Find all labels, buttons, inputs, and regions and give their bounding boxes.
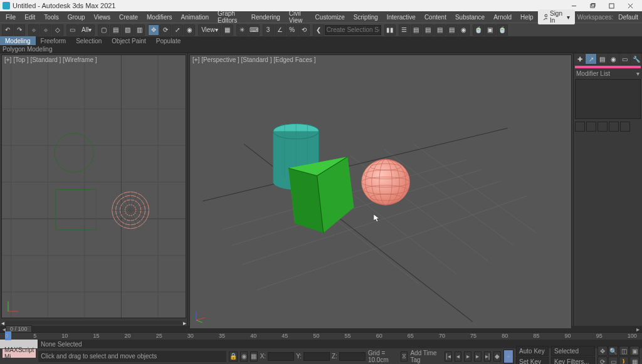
cmd-tab-display[interactable]: ▭: [619, 54, 630, 64]
nav-pan-button[interactable]: ✥: [597, 346, 608, 356]
goto-end-button[interactable]: ▸|: [484, 351, 492, 361]
scale-button[interactable]: ⤢: [172, 24, 183, 36]
auto-key-button[interactable]: Auto Key: [516, 346, 549, 356]
menu-scripting[interactable]: Scripting: [349, 11, 382, 23]
nav-zoom-button[interactable]: 🔍: [608, 346, 618, 356]
mirror-button[interactable]: ▮▮: [384, 24, 396, 36]
named-selection-button[interactable]: ❮: [313, 24, 324, 36]
ref-coord-dropdown[interactable]: View ▾: [198, 24, 221, 36]
menu-create[interactable]: Create: [115, 11, 142, 23]
undo-button[interactable]: ↶: [2, 24, 13, 36]
ribbon-tab-modeling[interactable]: Modeling: [0, 36, 36, 45]
workspace-value[interactable]: Default: [616, 14, 641, 21]
select-object-button[interactable]: ▢: [98, 24, 109, 36]
redo-button[interactable]: ↷: [14, 24, 25, 36]
render-frame-button[interactable]: ▣: [485, 24, 496, 36]
align-button[interactable]: ☰: [399, 24, 410, 36]
cmd-tab-motion[interactable]: ◉: [608, 54, 619, 64]
toggle-ribbon-button[interactable]: ▤: [423, 24, 434, 36]
menu-interactive[interactable]: Interactive: [382, 11, 420, 23]
menu-customize[interactable]: Customize: [311, 11, 349, 23]
select-region-button[interactable]: ▧: [122, 24, 133, 36]
make-unique-button[interactable]: [597, 122, 608, 132]
ribbon-subtab[interactable]: Polygon Modeling: [0, 45, 642, 53]
z-input[interactable]: [339, 352, 366, 361]
maxscript-mini-label[interactable]: MAXScript Mi: [3, 349, 36, 358]
menu-arnold[interactable]: Arnold: [489, 11, 516, 23]
timeline[interactable]: 0510152025303540455055606570758085909510…: [0, 332, 642, 340]
menu-substance[interactable]: Substance: [451, 11, 489, 23]
percent-snap-button[interactable]: %: [287, 24, 298, 36]
play-button[interactable]: ▸: [464, 351, 471, 361]
menu-modifiers[interactable]: Modifiers: [142, 11, 177, 23]
cmd-tab-hierarchy[interactable]: ▤: [597, 54, 608, 64]
rotate-button[interactable]: ⟳: [160, 24, 171, 36]
select-manip-button[interactable]: ✳: [236, 24, 248, 36]
selection-lock-button[interactable]: ▦: [250, 351, 258, 361]
lock-selection-button[interactable]: 🔒: [229, 351, 238, 361]
time-tag-icon[interactable]: ⧖: [401, 351, 408, 361]
angle-snap-button[interactable]: ∠: [275, 24, 286, 36]
modifier-stack[interactable]: [575, 79, 641, 119]
selection-filter[interactable]: All ▾: [78, 24, 95, 36]
curve-editor-button[interactable]: ▤: [434, 24, 446, 36]
nav-orbit-button[interactable]: ⟳: [597, 356, 608, 364]
unlink-button[interactable]: ⟐: [40, 24, 51, 36]
link-button[interactable]: ⟐: [28, 24, 39, 36]
remove-modifier-button[interactable]: [609, 122, 619, 132]
close-button[interactable]: [621, 0, 639, 11]
key-mode-button[interactable]: ◆: [493, 351, 501, 361]
add-time-tag-button[interactable]: Add Time Tag: [410, 350, 436, 363]
spinner-snap-button[interactable]: ⟲: [298, 24, 310, 36]
object-color-swatch[interactable]: [575, 66, 641, 68]
select-button[interactable]: ▭: [66, 24, 78, 36]
move-button[interactable]: ✥: [148, 24, 159, 36]
show-end-button[interactable]: [586, 122, 596, 132]
configure-button[interactable]: [620, 122, 630, 132]
selection-set-input[interactable]: [325, 25, 381, 35]
set-key-button[interactable]: Set Key: [516, 356, 549, 364]
viewport-top-label[interactable]: [+] [Top ] [Standard ] [Wireframe ]: [4, 56, 97, 63]
viewport-top[interactable]: [+] [Top ] [Standard ] [Wireframe ]: [1, 55, 186, 318]
menu-civilview[interactable]: Civil View: [285, 11, 311, 23]
cmd-tab-utilities[interactable]: 🔧: [631, 54, 641, 64]
window-crossing-button[interactable]: ▥: [134, 24, 145, 36]
menu-tools[interactable]: Tools: [39, 11, 63, 23]
schematic-view-button[interactable]: ▤: [446, 24, 458, 36]
ribbon-tab-populate[interactable]: Populate: [151, 36, 186, 45]
nav-walk-button[interactable]: 🚶: [619, 356, 629, 364]
menu-rendering[interactable]: Rendering: [247, 11, 285, 23]
nav-max-toggle-button[interactable]: ▭: [608, 356, 618, 364]
viewport-perspective[interactable]: [+] [Perspective ] [Standard ] [Edged Fa…: [189, 55, 572, 327]
pin-stack-button[interactable]: [575, 122, 585, 132]
ribbon-tab-selection[interactable]: Selection: [71, 36, 107, 45]
x-input[interactable]: [268, 352, 294, 361]
ribbon-tab-freeform[interactable]: Freeform: [36, 36, 71, 45]
snap2d-button[interactable]: 3: [263, 24, 274, 36]
key-target-dropdown[interactable]: Selected: [551, 346, 595, 356]
prev-frame-button[interactable]: ◂: [455, 351, 462, 361]
nav-region-button[interactable]: ▦: [629, 356, 639, 364]
isolate-button[interactable]: ◉: [240, 351, 248, 361]
layer-explorer-button[interactable]: ▤: [411, 24, 422, 36]
material-editor-button[interactable]: ◉: [458, 24, 470, 36]
scroll-right-icon[interactable]: ▸: [183, 320, 186, 326]
menu-edit[interactable]: Edit: [20, 11, 39, 23]
render-button[interactable]: 🍵: [497, 24, 508, 36]
menu-group[interactable]: Group: [63, 11, 90, 23]
render-setup-button[interactable]: 🍵: [473, 24, 484, 36]
menu-views[interactable]: Views: [90, 11, 115, 23]
viewport-perspective-label[interactable]: [+] [Perspective ] [Standard ] [Edged Fa…: [192, 56, 316, 63]
menu-grapheditors[interactable]: Graph Editors: [213, 11, 247, 23]
select-name-button[interactable]: ▤: [110, 24, 121, 36]
menu-animation[interactable]: Animation: [177, 11, 213, 23]
set-key-big-button[interactable]: ＋: [503, 350, 513, 363]
key-filters-button[interactable]: Key Filters...: [551, 356, 595, 364]
placement-button[interactable]: ◉: [184, 24, 195, 36]
cmd-tab-create[interactable]: ✚: [574, 54, 585, 64]
ribbon-tab-objectpaint[interactable]: Object Paint: [107, 36, 150, 45]
next-frame-button[interactable]: ▸: [474, 351, 482, 361]
signin-button[interactable]: Sign In ▾: [538, 9, 575, 24]
menu-content[interactable]: Content: [420, 11, 451, 23]
cmd-tab-modify[interactable]: ↗: [586, 54, 596, 64]
